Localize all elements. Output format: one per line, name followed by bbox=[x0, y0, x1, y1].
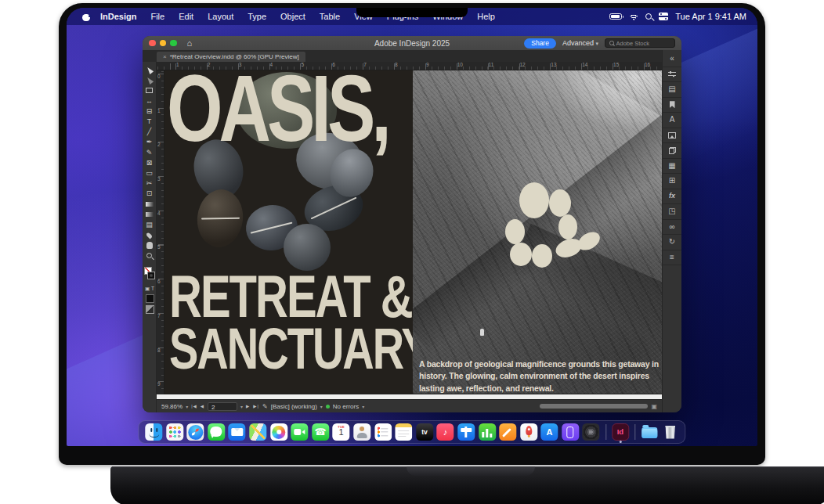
numbers-dock-icon[interactable] bbox=[479, 423, 496, 441]
spread-left-page[interactable]: OASIS, RETREAT & SANCTUARY bbox=[164, 70, 413, 394]
horizontal-ruler[interactable]: 12345678910111213141516 bbox=[157, 62, 662, 70]
adobe-stock-search-input[interactable]: Adobe Stock bbox=[605, 38, 675, 48]
music-dock-icon[interactable]: ♪ bbox=[437, 423, 454, 441]
last-page-button[interactable]: ▶| bbox=[253, 404, 259, 409]
maps-dock-icon[interactable] bbox=[249, 423, 266, 441]
finder-dock-icon[interactable] bbox=[145, 423, 162, 441]
rectangle-frame-tool[interactable]: ⊠ bbox=[143, 158, 157, 168]
scissors-tool[interactable]: ✂ bbox=[143, 178, 157, 189]
contacts-dock-icon[interactable] bbox=[353, 423, 370, 441]
menubar-item[interactable]: InDesign bbox=[93, 12, 143, 21]
screen-mode-button[interactable] bbox=[146, 305, 154, 314]
iphone-mirroring-dock-icon[interactable] bbox=[562, 423, 579, 441]
line-tool[interactable]: ╱ bbox=[143, 127, 157, 137]
selection-tool[interactable] bbox=[143, 65, 157, 75]
pen-tool[interactable]: ✒ bbox=[143, 137, 157, 147]
calendar-dock-icon[interactable]: 1TUE bbox=[333, 423, 350, 441]
layers-panel-icon[interactable] bbox=[663, 143, 682, 159]
apply-color-button[interactable] bbox=[146, 294, 154, 303]
effects-panel-icon[interactable]: fx bbox=[663, 189, 682, 205]
hand-tool[interactable] bbox=[143, 240, 157, 250]
photos-dock-icon[interactable] bbox=[270, 423, 287, 441]
horizontal-scrollbar[interactable] bbox=[540, 404, 648, 409]
body-paragraph[interactable]: A backdrop of geological magnificence gr… bbox=[419, 358, 662, 394]
menubar-item[interactable]: Layout bbox=[201, 12, 240, 21]
menu-clock[interactable]: Tue Apr 1 9:41 AM bbox=[675, 12, 746, 21]
menubar-item[interactable]: Object bbox=[273, 12, 313, 21]
stroke-panel-icon[interactable]: ≡ bbox=[663, 250, 682, 266]
formatting-toggle-icons[interactable]: ▣T bbox=[145, 286, 154, 292]
gap-tool[interactable]: ↔ bbox=[143, 96, 157, 106]
wifi-icon[interactable] bbox=[629, 13, 638, 20]
links-panel-icon[interactable] bbox=[663, 128, 682, 144]
expand-panels-icon[interactable]: « bbox=[663, 52, 682, 67]
menubar-item[interactable]: Type bbox=[240, 12, 273, 21]
indesign-dock-icon[interactable]: Id bbox=[612, 423, 629, 441]
page-dropdown-icon[interactable]: ▾ bbox=[240, 404, 243, 409]
text-wrap-panel-icon[interactable]: ▦ bbox=[663, 159, 682, 175]
type-tool[interactable]: T bbox=[143, 117, 157, 127]
pages-panel-icon[interactable]: ▤ bbox=[663, 82, 682, 98]
phone-dock-icon[interactable]: ☎ bbox=[312, 423, 329, 441]
mail-dock-icon[interactable] bbox=[229, 423, 246, 441]
object-styles-panel-icon[interactable]: ◳ bbox=[663, 204, 682, 220]
pencil-tool[interactable]: ✎ bbox=[143, 148, 157, 158]
share-button[interactable]: Share bbox=[524, 38, 556, 49]
search-icon[interactable] bbox=[645, 13, 652, 20]
align-panel-icon[interactable]: ⊞ bbox=[663, 174, 682, 189]
stroke-swatch[interactable] bbox=[147, 272, 155, 279]
vertical-ruler[interactable]: 0123456789 bbox=[157, 70, 164, 394]
app-store-dock-icon[interactable]: A bbox=[541, 423, 558, 441]
free-transform-tool[interactable]: ⊡ bbox=[143, 189, 157, 199]
zoom-level[interactable]: 59.86% bbox=[161, 403, 183, 410]
workspace-switcher[interactable]: Advanced ▾ bbox=[562, 39, 598, 47]
home-screen-icon[interactable]: ⌂ bbox=[187, 39, 193, 48]
control-center-icon[interactable] bbox=[659, 13, 668, 20]
direct-selection-tool[interactable] bbox=[143, 75, 157, 85]
system-settings-dock-icon[interactable] bbox=[583, 423, 600, 441]
battery-icon[interactable] bbox=[609, 13, 622, 20]
pages-dock-icon[interactable] bbox=[499, 423, 516, 441]
menubar-item[interactable]: Help bbox=[470, 12, 502, 21]
preflight-dropdown-icon[interactable]: ▾ bbox=[320, 404, 323, 409]
safari-dock-icon[interactable] bbox=[186, 423, 204, 441]
facetime-dock-icon[interactable] bbox=[291, 423, 308, 441]
zoom-window-button[interactable] bbox=[170, 40, 177, 47]
rotate-view-panel-icon[interactable]: ↻ bbox=[663, 235, 682, 250]
minimize-window-button[interactable] bbox=[160, 40, 167, 47]
menubar-item[interactable]: Table bbox=[313, 12, 347, 21]
preflight-icon[interactable]: ✎ bbox=[262, 403, 268, 410]
errors-dropdown-icon[interactable]: ▾ bbox=[362, 404, 364, 409]
previous-page-button[interactable]: ◀ bbox=[201, 404, 204, 409]
reminders-dock-icon[interactable] bbox=[374, 423, 392, 441]
eyedropper-tool[interactable] bbox=[143, 230, 157, 240]
first-page-button[interactable]: |◀ bbox=[191, 404, 197, 409]
menubar-item[interactable]: File bbox=[143, 12, 172, 21]
close-window-button[interactable] bbox=[149, 40, 156, 47]
page-number-field[interactable]: 2 bbox=[208, 402, 237, 411]
keynote-dock-icon[interactable] bbox=[457, 423, 475, 441]
cc-libraries-panel-icon[interactable] bbox=[663, 98, 682, 113]
next-page-button[interactable]: ▶ bbox=[246, 404, 250, 409]
spread-right-page[interactable]: A backdrop of geological magnificence gr… bbox=[413, 70, 662, 394]
page-tool[interactable] bbox=[143, 85, 157, 95]
document-canvas[interactable]: OASIS, RETREAT & SANCTUARY bbox=[164, 70, 662, 394]
preflight-profile[interactable]: [Basic] (working) bbox=[271, 403, 317, 410]
gradient-feather-tool[interactable] bbox=[143, 210, 157, 220]
zoom-dropdown-icon[interactable]: ▾ bbox=[186, 404, 188, 409]
gradient-swatch-tool[interactable] bbox=[143, 199, 157, 209]
preflight-status[interactable]: No errors bbox=[333, 403, 359, 410]
rectangle-tool[interactable]: ▭ bbox=[143, 168, 157, 178]
note-tool[interactable]: ▤ bbox=[143, 220, 157, 230]
tv-dock-icon[interactable]: tv bbox=[416, 423, 433, 441]
fill-stroke-swatches[interactable] bbox=[143, 266, 157, 283]
menubar-item[interactable]: Edit bbox=[172, 12, 201, 21]
messages-dock-icon[interactable] bbox=[208, 423, 225, 441]
document-tab[interactable]: × *Retreat Overview.indd @ 60% [GPU Prev… bbox=[157, 52, 305, 62]
launchpad-dock-icon[interactable] bbox=[166, 423, 183, 441]
close-tab-icon[interactable]: × bbox=[163, 53, 167, 60]
hyperlinks-panel-icon[interactable]: ∞ bbox=[663, 220, 682, 236]
properties-panel-icon[interactable] bbox=[663, 67, 682, 83]
apple-menu-icon[interactable] bbox=[82, 12, 90, 21]
rocket-app-dock-icon[interactable] bbox=[520, 423, 537, 441]
